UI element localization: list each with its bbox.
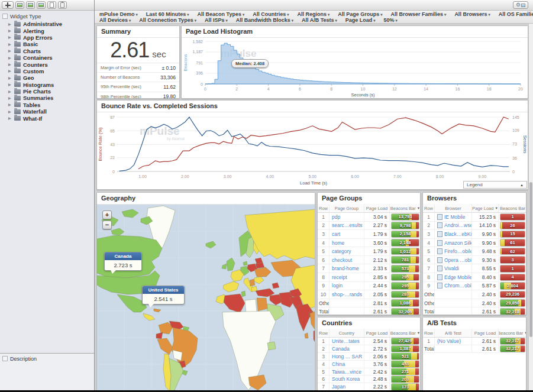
dashboard-settings-button[interactable]: ⚙ — [513, 1, 528, 9]
filter-all-os-families[interactable]: All OS Families▾ — [499, 11, 533, 17]
sidebar-item-tables[interactable]: ▶Tables — [0, 102, 94, 108]
column-header-page-load[interactable]: Page Load — [364, 204, 390, 212]
country-egypt[interactable] — [257, 298, 267, 311]
item-link[interactable]: category — [332, 248, 351, 254]
item-link[interactable]: Hong … SAR — [332, 354, 362, 359]
filter-all-countries[interactable]: All Countries▾ — [253, 11, 289, 17]
expand-triangle-icon[interactable]: ▶ — [8, 43, 12, 46]
item-link[interactable]: Chrom…obile — [444, 283, 472, 289]
sidebar-item-what-if[interactable]: ▶What-If — [0, 115, 94, 121]
expand-triangle-icon[interactable]: ▶ — [8, 56, 12, 60]
item-link[interactable]: home — [332, 240, 344, 246]
sidebar-item-app-errors[interactable]: ▶App Errors — [0, 34, 94, 41]
expand-triangle-icon[interactable]: ▶ — [8, 83, 12, 86]
filter-all-regions[interactable]: All Regions▾ — [298, 11, 330, 17]
filter-all-page-groups[interactable]: All Page Groups▾ — [338, 11, 382, 17]
item-link[interactable]: Amazon Silk — [444, 240, 472, 246]
filter-all-devices[interactable]: All Devices▾ — [99, 17, 131, 23]
column-header-page-load[interactable]: Page Load — [364, 329, 390, 337]
item-link[interactable]: pdp — [332, 214, 340, 220]
column-header-page-group[interactable]: Page Group — [330, 204, 364, 212]
widget-picture-button-2[interactable] — [26, 1, 35, 9]
vertical-scrollbar[interactable] — [528, 24, 533, 391]
column-header-beacons-bar[interactable]: Beacons Bar▼ — [499, 329, 526, 337]
item-link[interactable]: Firefo…obile — [444, 248, 472, 254]
sidebar-item-basic[interactable]: ▶Basic — [0, 41, 94, 47]
sidebar-item-waterfall[interactable]: ▶Waterfall — [0, 108, 94, 115]
item-link[interactable]: Canada — [332, 346, 350, 352]
item-link[interactable]: brand-home — [332, 265, 359, 271]
filter-all-browsers[interactable]: All Browsers▾ — [454, 11, 490, 17]
filter-all-a-b-tests[interactable]: All A/B Tests▾ — [302, 17, 337, 23]
column-header-beacons-bar[interactable]: Beacons Bar▼ — [390, 329, 421, 337]
sidebar-item-summaries[interactable]: ▶Summaries — [0, 95, 94, 101]
column-header-row[interactable]: Row — [318, 329, 330, 337]
item-link[interactable]: login — [332, 283, 343, 289]
filter-all-bandwidth-blocks[interactable]: All Bandwidth Blocks▾ — [236, 17, 293, 23]
country-balkans[interactable] — [250, 279, 255, 286]
filter-all-isps[interactable]: All ISPs▾ — [205, 17, 228, 23]
expand-triangle-icon[interactable]: ▶ — [8, 22, 12, 26]
expand-triangle-icon[interactable]: ▶ — [8, 96, 12, 100]
item-link[interactable]: Taiwa…vince — [332, 369, 361, 375]
item-link[interactable]: Opera …obile — [444, 257, 472, 263]
country-belarus[interactable] — [256, 263, 264, 268]
country-tunisia[interactable] — [241, 291, 245, 297]
expand-triangle-icon[interactable]: ▶ — [8, 103, 12, 106]
scrollbar-thumb[interactable] — [529, 182, 532, 337]
item-link[interactable]: Black…ebKit — [444, 231, 472, 237]
widget-picture-button-1[interactable] — [15, 1, 24, 9]
expand-triangle-icon[interactable]: ▶ — [8, 49, 12, 53]
legend-toggle[interactable]: Legend ▲ — [463, 181, 527, 189]
description-panel[interactable]: Description — [0, 353, 94, 390]
item-link[interactable]: shop-…rands — [332, 291, 362, 297]
filter-all-beacon-types[interactable]: All Beacon Types▾ — [198, 11, 245, 17]
filter-page-load[interactable]: Page Load▾ — [345, 17, 376, 23]
expand-triangle-icon[interactable]: ▶ — [8, 110, 12, 114]
sidebar-item-counters[interactable]: ▶Counters — [0, 61, 94, 67]
filter-last-60-minutes[interactable]: Last 60 Minutes▾ — [146, 11, 189, 17]
copy-page-button[interactable] — [47, 1, 56, 9]
expand-triangle-icon[interactable]: ▶ — [8, 35, 12, 39]
item-link[interactable]: Japan — [332, 384, 345, 390]
column-header-beacons-bar[interactable]: Beacons Bar▼ — [390, 204, 421, 212]
sidebar-item-histograms[interactable]: ▶Histograms — [0, 82, 94, 88]
item-link[interactable]: Unite…tates — [332, 338, 360, 344]
expand-triangle-icon[interactable]: ▶ — [8, 116, 12, 120]
expand-triangle-icon[interactable]: ▶ — [8, 69, 12, 73]
map-zoom-out-button[interactable]: − — [102, 221, 112, 229]
world-map[interactable] — [97, 205, 315, 391]
expand-triangle-icon[interactable]: ▶ — [8, 76, 12, 80]
widget-picture-button-3[interactable] — [37, 1, 46, 9]
sidebar-item-containers[interactable]: ▶Containers — [0, 54, 94, 61]
filter-mpulse-demo[interactable]: mPulse Demo▾ — [99, 11, 138, 17]
country-sri-lanka[interactable] — [305, 333, 308, 338]
item-link[interactable]: Androi…wser — [444, 222, 472, 228]
item-link[interactable]: checkout — [332, 257, 352, 263]
column-header-country[interactable]: Country — [330, 329, 364, 337]
sidebar-item-charts[interactable]: ▶Charts — [0, 48, 94, 54]
item-link[interactable]: IE Mobile — [444, 214, 465, 220]
expand-triangle-icon[interactable]: ▶ — [8, 63, 12, 66]
tree-root-widget-type[interactable]: Widget Type — [0, 11, 94, 21]
sidebar-item-geo[interactable]: ▶Geo — [0, 74, 94, 81]
column-header-browser[interactable]: Browser — [435, 204, 472, 212]
country-kenya[interactable] — [267, 342, 276, 350]
add-widget-button[interactable] — [2, 1, 14, 9]
item-link[interactable]: Edge Mobile — [444, 274, 472, 280]
map-zoom-in-button[interactable]: + — [102, 210, 112, 219]
column-header-page-load[interactable]: Page Load — [472, 329, 499, 337]
sidebar-item-custom[interactable]: ▶Custom — [0, 68, 94, 74]
filter-all-connection-types[interactable]: All Connection Types▾ — [139, 17, 196, 23]
column-header-page-load[interactable]: Page Load▼ — [472, 204, 499, 212]
column-header-a-b-test[interactable]: A/B Test — [435, 329, 472, 337]
filter-50[interactable]: 50%▾ — [384, 17, 398, 23]
paste-page-button[interactable] — [58, 1, 67, 9]
item-link[interactable]: South Korea — [332, 376, 360, 382]
column-header-row[interactable]: Row — [423, 329, 435, 337]
item-link[interactable]: (No Value) — [437, 338, 461, 344]
expand-triangle-icon[interactable]: ▶ — [8, 29, 12, 33]
item-link[interactable]: searc…esults — [332, 222, 363, 228]
column-header-beacons-bar[interactable]: Beacons Bar — [499, 204, 526, 212]
filter-all-browser-families[interactable]: All Browser Families▾ — [391, 11, 447, 17]
